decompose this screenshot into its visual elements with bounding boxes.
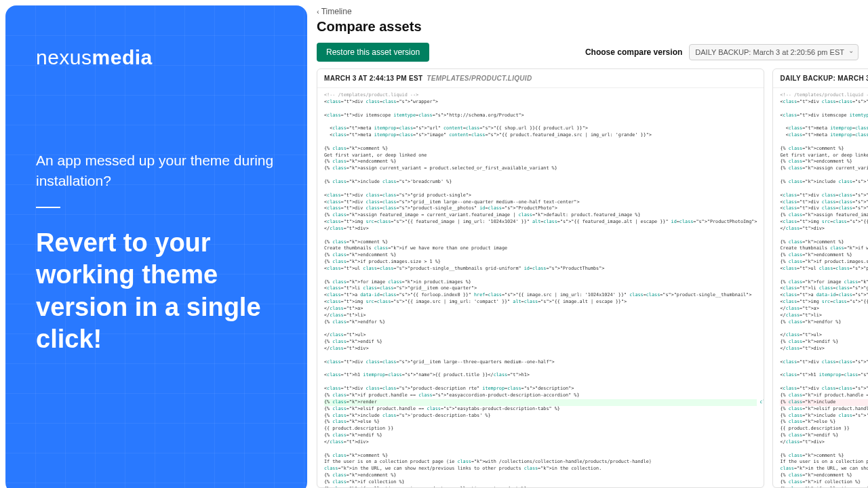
choose-compare-label: Choose compare version <box>585 47 682 57</box>
toolbar: Restore this asset version Choose compar… <box>317 43 859 62</box>
back-link[interactable]: ‹ Timeline <box>317 7 859 16</box>
compare-version-select[interactable]: DAILY BACKUP: March 3 at 2:20:56 pm EST <box>689 44 859 60</box>
compare-controls: Choose compare version DAILY BACKUP: Mar… <box>585 44 859 60</box>
brand-bold: media <box>92 46 153 68</box>
promo-divider <box>36 207 60 208</box>
promo-panel: nexusmedia An app messed up your theme d… <box>5 5 307 488</box>
restore-button[interactable]: Restore this asset version <box>317 43 429 62</box>
page-title: Compare assets <box>317 19 859 35</box>
pane-right: DAILY BACKUP: MARCH 3 AT 2:20:56 PM EST … <box>772 68 868 488</box>
code-right: <!-- /templates/product.liquid --> <clas… <box>773 88 868 487</box>
diff-panes: MARCH 3 AT 2:44:13 PM EST TEMPLATES/PROD… <box>317 68 859 488</box>
promo-headline: Revert to your working theme version in … <box>36 227 277 356</box>
pane-left: MARCH 3 AT 2:44:13 PM EST TEMPLATES/PROD… <box>317 68 764 488</box>
chevron-left-icon: ‹ <box>317 7 319 16</box>
pane-right-timestamp: DAILY BACKUP: MARCH 3 AT 2:20:56 PM EST <box>780 75 868 82</box>
pane-right-header: DAILY BACKUP: MARCH 3 AT 2:20:56 PM EST … <box>773 69 868 88</box>
pane-left-timestamp: MARCH 3 AT 2:44:13 PM EST <box>324 75 422 82</box>
brand-light: nexus <box>36 46 92 68</box>
brand-logo: nexusmedia <box>36 46 277 69</box>
pane-left-header: MARCH 3 AT 2:44:13 PM EST TEMPLATES/PROD… <box>317 69 764 88</box>
back-label: Timeline <box>321 7 352 16</box>
pane-left-path: TEMPLATES/PRODUCT.LIQUID <box>427 75 532 82</box>
app-pane: ‹ Timeline Compare assets Restore this a… <box>313 0 868 488</box>
code-left: <!-- /templates/product.liquid --> <clas… <box>317 88 764 487</box>
promo-subhead: An app messed up your theme during insta… <box>36 150 277 192</box>
